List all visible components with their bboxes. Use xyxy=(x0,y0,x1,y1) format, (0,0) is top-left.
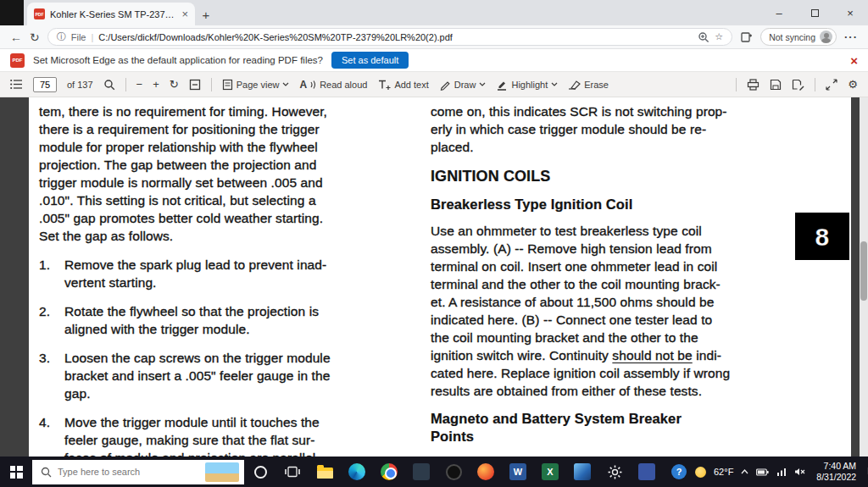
edge-icon xyxy=(348,463,365,480)
paragraph-clipped: Engine operation is greatly affected by … xyxy=(431,454,797,457)
file-explorer-button[interactable] xyxy=(309,457,341,487)
excel-icon: X xyxy=(542,463,559,480)
page-number-input[interactable] xyxy=(33,77,57,92)
default-app-notification: PDF Set Microsoft Edge as the default ap… xyxy=(0,49,868,72)
dark-app-button[interactable] xyxy=(405,457,437,487)
scrollbar[interactable] xyxy=(860,97,868,457)
windows-taskbar: W X ? 62°F xyxy=(0,457,868,487)
list-item: 1. Remove the spark plug lead to prevent… xyxy=(39,256,398,291)
excel-button[interactable]: X xyxy=(534,457,566,487)
settings-button[interactable] xyxy=(598,457,631,487)
print-icon[interactable] xyxy=(747,79,760,91)
address-bar[interactable]: ⓘ File | C:/Users/dickf/Downloads/Kohler… xyxy=(47,28,732,46)
chrome-button[interactable] xyxy=(373,457,405,487)
highlight-button[interactable]: Highlight xyxy=(496,79,558,91)
chapter-tab-marker: 8 xyxy=(795,213,849,260)
zoom-out-button[interactable]: − xyxy=(136,79,143,90)
paragraph-ohmmeter: Use an ohmmeter to test breakerless type… xyxy=(431,222,797,346)
browser-tab-active[interactable]: PDF Kohler K-Series SM TP-2379 LR × xyxy=(27,3,195,25)
toolbar-right-cluster: ⚙ xyxy=(736,78,858,91)
task-view-button[interactable] xyxy=(276,457,309,487)
settings-gear-icon[interactable]: ⚙ xyxy=(848,79,858,90)
help-icon: ? xyxy=(671,464,687,479)
url-text[interactable]: C:/Users/dickf/Downloads/Kohler%20K-Seri… xyxy=(98,32,453,42)
minimize-button[interactable]: – xyxy=(761,0,797,25)
draw-pen-icon xyxy=(439,79,451,91)
subheading-breakerless-coil: Breakerless Type Ignition Coil xyxy=(431,196,797,213)
save-as-icon[interactable] xyxy=(792,79,804,91)
rotate-icon[interactable]: ↻ xyxy=(170,79,179,90)
battery-icon[interactable] xyxy=(756,468,769,476)
list-item: 4. Move the trigger module until it touc… xyxy=(39,413,398,457)
new-tab-button[interactable]: + xyxy=(195,3,217,25)
back-button[interactable]: ← xyxy=(10,31,22,43)
table-of-contents-icon[interactable] xyxy=(10,79,23,90)
favorites-star-icon[interactable]: ☆ xyxy=(715,31,723,42)
erase-button[interactable]: Erase xyxy=(568,79,609,90)
time-label: 7:40 AM xyxy=(816,461,856,472)
search-icon[interactable] xyxy=(103,79,115,91)
hidden-icons-chevron[interactable] xyxy=(741,469,748,474)
pdf-page: tem, there is no requirement for timing.… xyxy=(29,97,851,457)
highlight-label: Highlight xyxy=(511,80,548,90)
tab-close-icon[interactable]: × xyxy=(181,8,188,20)
help-app-button[interactable]: ? xyxy=(663,457,695,487)
taskbar-search-box[interactable] xyxy=(32,460,244,484)
page-view-icon xyxy=(222,79,233,91)
close-window-button[interactable]: × xyxy=(832,0,868,25)
fullscreen-icon[interactable] xyxy=(826,79,837,91)
maximize-icon xyxy=(811,9,819,17)
blue-app-button[interactable] xyxy=(566,457,598,487)
search-highlight-image[interactable] xyxy=(205,462,239,482)
cortana-icon xyxy=(254,466,267,479)
info-icon[interactable]: ⓘ xyxy=(57,30,66,43)
start-button[interactable] xyxy=(0,457,32,487)
word-button[interactable]: W xyxy=(502,457,534,487)
list-item: 3. Loosen the cap screws on the trigger … xyxy=(39,349,398,402)
profile-button[interactable]: Not syncing xyxy=(760,28,837,46)
collections-icon[interactable] xyxy=(740,30,753,43)
sync-status-label: Not syncing xyxy=(769,32,815,42)
search-input[interactable] xyxy=(58,467,199,477)
gear-icon xyxy=(608,465,622,479)
pdf-app-icon: PDF xyxy=(10,53,25,68)
draw-button[interactable]: Draw xyxy=(439,79,487,91)
refresh-button[interactable]: ↻ xyxy=(30,31,40,43)
cortana-button[interactable] xyxy=(244,457,276,487)
windows-logo-icon xyxy=(10,466,23,479)
network-icon[interactable] xyxy=(776,468,787,476)
save-icon[interactable] xyxy=(770,79,782,91)
tab-title: Kohler K-Series SM TP-2379 LR xyxy=(50,9,176,19)
pdf-viewport[interactable]: tem, there is no requirement for timing.… xyxy=(0,97,868,457)
add-text-icon xyxy=(377,79,391,91)
page-view-button[interactable]: Page view xyxy=(222,79,290,91)
temperature-label[interactable]: 62°F xyxy=(714,467,733,477)
maximize-button[interactable] xyxy=(797,0,832,25)
camera-app-button[interactable] xyxy=(437,457,470,487)
orange-app-button[interactable] xyxy=(470,457,502,487)
slate-app-button[interactable] xyxy=(631,457,663,487)
fit-to-page-icon[interactable] xyxy=(189,79,201,91)
volume-muted-icon[interactable] xyxy=(794,468,805,476)
url-divider: | xyxy=(91,32,93,42)
scrollbar-thumb[interactable] xyxy=(860,241,867,301)
camera-lens-icon xyxy=(446,464,462,480)
blue-app-icon xyxy=(574,463,591,480)
window-corner xyxy=(0,0,24,25)
clock[interactable]: 7:40 AM 8/31/2022 xyxy=(813,461,860,483)
edge-button[interactable] xyxy=(341,457,373,487)
add-text-button[interactable]: Add text xyxy=(377,79,428,91)
read-aloud-button[interactable]: A Read aloud xyxy=(299,79,367,91)
word-icon: W xyxy=(509,463,526,480)
zoom-in-button[interactable]: + xyxy=(153,79,159,90)
page-view-label: Page view xyxy=(236,80,280,90)
paragraph-continuity-line: ignition switch wire. Continuity should … xyxy=(431,346,797,364)
set-as-default-button[interactable]: Set as default xyxy=(331,52,409,69)
chevron-down-icon xyxy=(551,82,558,86)
notification-close-icon[interactable]: × xyxy=(850,53,858,68)
browser-menu-icon[interactable]: ··· xyxy=(844,30,858,43)
zoom-page-icon[interactable] xyxy=(698,31,709,43)
browser-window: PDF Kohler K-Series SM TP-2379 LR × + – … xyxy=(0,0,868,487)
weather-icon[interactable] xyxy=(695,467,706,478)
toolbar-divider xyxy=(211,78,212,91)
